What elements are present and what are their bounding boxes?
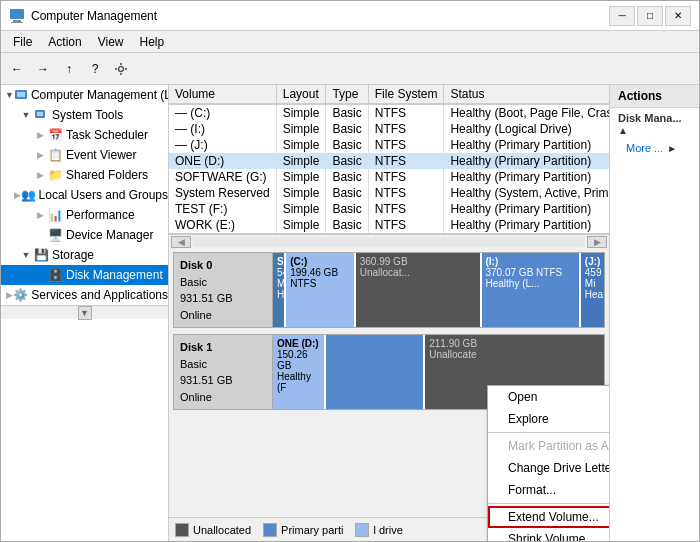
svg-rect-4: [120, 63, 122, 65]
table-row[interactable]: SOFTWARE (G:) Simple Basic NTFS Healthy …: [169, 169, 609, 185]
sidebar-performance[interactable]: ▶ 📊 Performance: [1, 205, 168, 225]
maximize-button[interactable]: □: [637, 6, 663, 26]
cell-fs: NTFS: [368, 185, 444, 201]
device-manager-expand-icon[interactable]: [33, 228, 47, 242]
task-scheduler-expand-icon[interactable]: ▶: [33, 128, 47, 142]
disk1-info: Disk 1 Basic 931.51 GB Online: [173, 334, 273, 410]
svg-rect-6: [115, 68, 117, 70]
disk-management-expand-icon[interactable]: [33, 268, 47, 282]
svg-rect-1: [13, 20, 21, 22]
sidebar-device-manager[interactable]: 🖥️ Device Manager: [1, 225, 168, 245]
menu-help[interactable]: Help: [132, 33, 173, 51]
table-row[interactable]: TEST (F:) Simple Basic NTFS Healthy (Pri…: [169, 201, 609, 217]
window-controls: ─ □ ✕: [609, 6, 691, 26]
scroll-right-btn[interactable]: ▶: [587, 236, 607, 248]
shared-folders-expand-icon[interactable]: ▶: [33, 168, 47, 182]
root-expand-icon[interactable]: ▼: [5, 88, 14, 102]
sidebar-disk-management-label: Disk Management: [66, 268, 163, 282]
menu-view[interactable]: View: [90, 33, 132, 51]
table-row[interactable]: System Reserved Simple Basic NTFS Health…: [169, 185, 609, 201]
table-row[interactable]: — (C:) Simple Basic NTFS Healthy (Boot, …: [169, 104, 609, 121]
svg-rect-0: [10, 9, 24, 19]
sidebar-event-viewer[interactable]: ▶ 📋 Event Viewer: [1, 145, 168, 165]
disk0-size: 931.51 GB: [180, 290, 266, 307]
sidebar-storage[interactable]: ▼ 💾 Storage: [1, 245, 168, 265]
ctx-shrink-volume[interactable]: Shrink Volume...: [488, 528, 609, 541]
ctx-change-drive-letter[interactable]: Change Drive Letter and Paths...: [488, 457, 609, 479]
table-row[interactable]: WORK (E:) Simple Basic NTFS Healthy (Pri…: [169, 217, 609, 233]
volume-table-scroll[interactable]: Volume Layout Type File System Status — …: [169, 85, 609, 234]
storage-expand-icon[interactable]: ▼: [19, 248, 33, 262]
event-viewer-expand-icon[interactable]: ▶: [33, 148, 47, 162]
cell-status: Healthy (Primary Partition): [444, 153, 609, 169]
disk1-size: 931.51 GB: [180, 372, 266, 389]
local-users-expand-icon[interactable]: ▶: [14, 188, 21, 202]
system-tools-expand-icon[interactable]: ▼: [19, 108, 33, 122]
sidebar-disk-management[interactable]: 🗄️ Disk Management: [1, 265, 168, 285]
cell-volume: TEST (F:): [169, 201, 276, 217]
sidebar-task-scheduler[interactable]: ▶ 📅 Task Scheduler: [1, 125, 168, 145]
sidebar-shared-folders[interactable]: ▶ 📁 Shared Folders: [1, 165, 168, 185]
cell-layout: Simple: [276, 137, 326, 153]
cell-layout: Simple: [276, 153, 326, 169]
table-row[interactable]: — (J:) Simple Basic NTFS Healthy (Primar…: [169, 137, 609, 153]
disk0-part-c[interactable]: (C:) 199.46 GB NTFS: [286, 253, 356, 327]
forward-button[interactable]: →: [31, 57, 55, 81]
performance-icon: 📊: [47, 207, 63, 223]
actions-section-text: Disk Mana...: [618, 112, 682, 124]
up-button[interactable]: ↑: [57, 57, 81, 81]
sidebar-root[interactable]: ▼ Computer Management (Local: [1, 85, 168, 105]
col-type[interactable]: Type: [326, 85, 368, 104]
table-hscrollbar[interactable]: ◀ ▶: [169, 234, 609, 248]
cell-type: Basic: [326, 137, 368, 153]
col-filesystem[interactable]: File System: [368, 85, 444, 104]
cell-type: Basic: [326, 121, 368, 137]
ctx-explore[interactable]: Explore: [488, 408, 609, 430]
minimize-button[interactable]: ─: [609, 6, 635, 26]
ctx-extend-volume[interactable]: Extend Volume...: [488, 506, 609, 528]
sidebar-scroll-down-btn[interactable]: ▼: [78, 306, 92, 320]
disk0-label: Disk 0: [180, 257, 266, 274]
close-button[interactable]: ✕: [665, 6, 691, 26]
col-status[interactable]: Status: [444, 85, 609, 104]
settings-button[interactable]: [109, 57, 133, 81]
cell-fs: NTFS: [368, 169, 444, 185]
sidebar-scroll-bottom[interactable]: ▼: [1, 305, 168, 319]
help-button[interactable]: ?: [83, 57, 107, 81]
disk0-info: Disk 0 Basic 931.51 GB Online: [173, 252, 273, 328]
sidebar-services[interactable]: ▶ ⚙️ Services and Applications: [1, 285, 168, 305]
back-button[interactable]: ←: [5, 57, 29, 81]
table-row[interactable]: ONE (D:) Simple Basic NTFS Healthy (Prim…: [169, 153, 609, 169]
legend-primary-box: [263, 523, 277, 537]
disk0-type: Basic: [180, 274, 266, 291]
col-volume[interactable]: Volume: [169, 85, 276, 104]
disk0-part-i[interactable]: (I:) 370.07 GB NTFS Healthy (L...: [482, 253, 581, 327]
menu-action[interactable]: Action: [40, 33, 89, 51]
sidebar-local-users[interactable]: ▶ 👥 Local Users and Groups: [1, 185, 168, 205]
legend-logical-label: l drive: [373, 524, 402, 536]
col-layout[interactable]: Layout: [276, 85, 326, 104]
disk0-part-system[interactable]: Syster 549 M... Health: [273, 253, 286, 327]
ctx-open[interactable]: Open: [488, 386, 609, 408]
sidebar-system-tools[interactable]: ▼ System Tools: [1, 105, 168, 125]
menu-file[interactable]: File: [5, 33, 40, 51]
cell-fs: NTFS: [368, 104, 444, 121]
disk0-part-unallocated[interactable]: 360.99 GB Unallocat...: [356, 253, 482, 327]
event-viewer-icon: 📋: [47, 147, 63, 163]
sidebar-system-tools-label: System Tools: [52, 108, 123, 122]
title-bar: Computer Management ─ □ ✕: [1, 1, 699, 31]
cell-volume: — (I:): [169, 121, 276, 137]
scroll-left-btn[interactable]: ◀: [171, 236, 191, 248]
table-row[interactable]: — (I:) Simple Basic NTFS Healthy (Logica…: [169, 121, 609, 137]
cell-status: Healthy (Primary Partition): [444, 217, 609, 233]
cell-fs: NTFS: [368, 153, 444, 169]
disk0-part-j[interactable]: (J:) 459 Mi Health: [581, 253, 604, 327]
window-title: Computer Management: [31, 9, 609, 23]
actions-more[interactable]: More ... ►: [610, 140, 699, 156]
disk1-part-mid[interactable]: [326, 335, 425, 409]
disk1-part-one-d[interactable]: ONE (D:) 150.26 GB Healthy (F: [273, 335, 326, 409]
ctx-format[interactable]: Format...: [488, 479, 609, 501]
performance-expand-icon[interactable]: ▶: [33, 208, 47, 222]
ctx-sep1: [488, 432, 609, 433]
services-expand-icon[interactable]: ▶: [6, 288, 13, 302]
